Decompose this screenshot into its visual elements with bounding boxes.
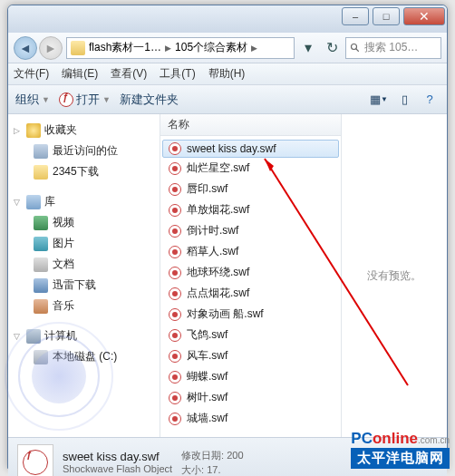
tree-thunder[interactable]: 迅雷下载: [8, 275, 160, 296]
swf-icon: [169, 142, 181, 155]
tree-favorites[interactable]: ▷收藏夹: [8, 120, 160, 141]
tree-pictures[interactable]: 图片: [8, 233, 160, 254]
folder-icon: [71, 41, 85, 55]
swf-icon: [169, 204, 181, 217]
menu-help[interactable]: 帮助(H): [208, 66, 246, 82]
search-placeholder: 搜索 105…: [364, 40, 418, 55]
details-pane: sweet kiss day.swf Shockwave Flash Objec…: [8, 437, 447, 476]
svg-line-1: [356, 48, 359, 51]
file-name: 对象动画 船.swf: [187, 306, 264, 322]
tree-documents[interactable]: 文档: [8, 254, 160, 275]
file-name: 单放烟花.swf: [187, 202, 249, 218]
file-name: 点点烟花.swf: [187, 286, 249, 301]
svg-point-0: [352, 44, 357, 49]
file-row[interactable]: 倒计时.swf: [162, 220, 339, 241]
swf-icon: [169, 267, 181, 279]
preview-pane: 没有预览。: [342, 114, 447, 437]
file-row[interactable]: 蝴蝶.swf: [162, 366, 339, 387]
back-button[interactable]: ◄: [14, 36, 37, 60]
preview-empty-text: 没有预览。: [367, 268, 421, 284]
flash-icon: [59, 92, 73, 107]
address-bar[interactable]: flash素材一1… ▶ 105个综合素材 ▶: [66, 37, 295, 59]
picture-icon: [34, 237, 48, 251]
forward-button[interactable]: ►: [39, 36, 63, 60]
titlebar[interactable]: – □ ✕: [8, 5, 447, 33]
file-row[interactable]: 单放烟花.swf: [162, 199, 339, 220]
swf-icon: [169, 392, 181, 404]
file-row[interactable]: 点点烟花.swf: [162, 283, 339, 304]
tree-videos[interactable]: 视频: [8, 212, 160, 233]
refresh-button[interactable]: ↻: [322, 38, 342, 58]
navigation-bar: ◄ ► flash素材一1… ▶ 105个综合素材 ▶ ▾ ↻ 搜索 105…: [8, 33, 447, 63]
file-row[interactable]: 唇印.swf: [162, 179, 339, 199]
maximize-button[interactable]: □: [373, 7, 400, 25]
file-row[interactable]: 对象动画 船.swf: [162, 304, 339, 325]
file-row[interactable]: sweet kiss day.swf: [162, 140, 339, 158]
file-row[interactable]: 树叶.swf: [162, 387, 339, 408]
organize-button[interactable]: 组织▼: [15, 92, 50, 108]
star-icon: [26, 123, 41, 138]
library-icon: [26, 195, 41, 209]
folder-icon: [34, 165, 48, 180]
swf-icon: [169, 246, 181, 258]
swf-icon: [169, 183, 181, 196]
file-row[interactable]: 灿烂星空.swf: [162, 158, 339, 179]
breadcrumb-segment[interactable]: 105个综合素材: [175, 40, 247, 55]
file-name: 灿烂星空.swf: [187, 160, 249, 176]
document-icon: [34, 257, 48, 272]
file-thumbnail: [17, 444, 53, 477]
file-row[interactable]: 地球环绕.swf: [162, 262, 339, 283]
address-dropdown[interactable]: ▾: [298, 38, 318, 58]
music-icon: [34, 299, 48, 314]
command-bar: 组织▼ 打开▼ 新建文件夹 ▦▼ ▯ ?: [8, 85, 447, 114]
search-input[interactable]: 搜索 105…: [345, 37, 441, 59]
file-name: 稻草人.swf: [187, 244, 238, 259]
breadcrumb-segment[interactable]: flash素材一1…: [89, 40, 161, 55]
tree-libraries[interactable]: ▽库: [8, 191, 160, 212]
computer-icon: [26, 329, 41, 344]
selected-filename: sweet kiss day.swf: [63, 450, 172, 463]
column-header-name[interactable]: 名称: [160, 114, 341, 136]
open-button[interactable]: 打开▼: [59, 92, 111, 108]
close-button[interactable]: ✕: [403, 7, 445, 25]
file-name: 地球环绕.swf: [187, 265, 249, 280]
swf-icon: [169, 413, 181, 425]
file-name: 树叶.swf: [187, 390, 228, 405]
file-name: 蝴蝶.swf: [187, 369, 228, 384]
help-button[interactable]: ?: [420, 91, 440, 109]
swf-icon: [169, 225, 181, 238]
tree-2345[interactable]: 2345下载: [8, 161, 160, 182]
chevron-right-icon[interactable]: ▶: [165, 44, 171, 53]
file-row[interactable]: 城墙.swf: [162, 408, 339, 429]
menu-bar: 文件(F) 编辑(E) 查看(V) 工具(T) 帮助(H): [8, 63, 447, 85]
menu-tools[interactable]: 工具(T): [160, 66, 195, 82]
swf-icon: [169, 287, 181, 300]
menu-edit[interactable]: 编辑(E): [62, 66, 98, 82]
tree-computer[interactable]: ▽计算机: [8, 325, 160, 346]
navigation-pane[interactable]: ▷收藏夹 最近访问的位 2345下载 ▽库 视频 图片 文档 迅雷下载 音乐 ▽…: [8, 114, 160, 437]
file-row[interactable]: 飞鸽.swf: [162, 325, 339, 345]
flash-icon: [23, 450, 48, 475]
search-icon: [350, 43, 361, 53]
minimize-button[interactable]: –: [342, 7, 369, 25]
menu-view[interactable]: 查看(V): [111, 66, 147, 82]
file-name: 唇印.swf: [187, 181, 228, 197]
tree-music[interactable]: 音乐: [8, 296, 160, 316]
video-icon: [34, 216, 48, 230]
disk-icon: [34, 350, 48, 364]
file-row[interactable]: 稻草人.swf: [162, 241, 339, 262]
file-name: 城墙.swf: [187, 411, 228, 426]
preview-pane-button[interactable]: ▯: [394, 91, 414, 109]
file-row[interactable]: 风车.swf: [162, 345, 339, 366]
menu-file[interactable]: 文件(F): [14, 66, 49, 82]
new-folder-button[interactable]: 新建文件夹: [120, 92, 179, 108]
tree-recent[interactable]: 最近访问的位: [8, 141, 160, 161]
view-options-button[interactable]: ▦▼: [369, 91, 389, 109]
chevron-right-icon[interactable]: ▶: [251, 44, 257, 53]
file-name: sweet kiss day.swf: [187, 142, 276, 155]
recent-icon: [34, 144, 48, 159]
file-list[interactable]: sweet kiss day.swf灿烂星空.swf唇印.swf单放烟花.swf…: [160, 136, 341, 435]
tree-disk-c[interactable]: 本地磁盘 (C:): [8, 346, 160, 367]
swf-icon: [169, 308, 181, 321]
swf-icon: [169, 329, 181, 342]
